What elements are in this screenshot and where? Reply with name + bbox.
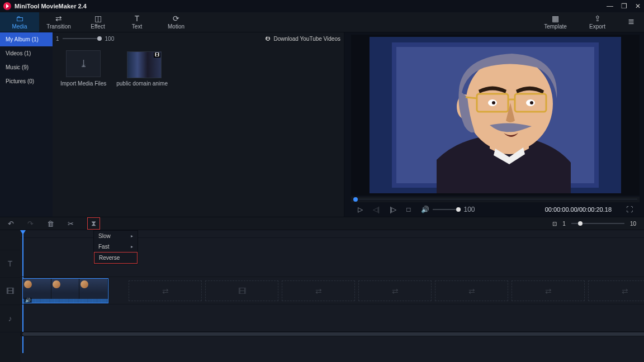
clip-placeholder[interactable]: ⇄ xyxy=(282,280,355,301)
audio-track-icon: ♪ xyxy=(0,305,20,332)
preview-viewport[interactable] xyxy=(351,35,640,196)
clip-placeholder[interactable]: ⇄ xyxy=(588,280,644,301)
folder-icon: 🗀 xyxy=(16,15,23,22)
volume-value: 100 xyxy=(464,206,475,213)
import-icon: ⤓ xyxy=(79,58,88,70)
media-panel: 1 100 ⮋ Download YouTube Videos ⤓ Import… xyxy=(53,32,344,217)
svg-line-8 xyxy=(466,97,477,98)
import-media-button[interactable]: ⤓ Import Media Files xyxy=(60,50,106,87)
ruler-gutter xyxy=(0,230,20,250)
tab-effect[interactable]: ◫ Effect xyxy=(78,12,117,32)
speed-menu: Slow ▸ Fast ▸ Reverse xyxy=(93,230,138,264)
volume-icon[interactable]: 🔊 xyxy=(421,206,429,213)
submenu-arrow-icon: ▸ xyxy=(131,234,133,239)
preview-panel: ▷ ◁| |▷ □ 🔊 100 00:00:00.00/00:00:20.18 … xyxy=(344,32,644,217)
media-sidebar: My Album (1) Videos (1) Music (9) Pictur… xyxy=(0,32,53,217)
timeline-zoom-slider[interactable] xyxy=(571,223,624,224)
sidebar-item-music[interactable]: Music (9) xyxy=(0,60,53,74)
sidebar-item-pictures[interactable]: Pictures (0) xyxy=(0,74,53,88)
download-youtube-link[interactable]: ⮋ Download YouTube Videos xyxy=(265,36,340,42)
thumb-zoom-max: 100 xyxy=(105,36,115,42)
tab-media[interactable]: 🗀 Media xyxy=(0,12,39,32)
download-icon: ⮋ xyxy=(265,36,271,42)
timeline-scrollbar[interactable] xyxy=(20,332,644,336)
sidebar-item-videos[interactable]: Videos (1) xyxy=(0,46,53,60)
video-track[interactable]: 🔊 ⇄ 🎞 ⇄ ⇄ ⇄ ⇄ ⇄ xyxy=(20,277,644,304)
video-track-icon: 🎞 xyxy=(0,278,20,305)
clip-audio-icon[interactable]: 🔊 xyxy=(24,298,32,303)
audio-track[interactable] xyxy=(20,304,644,332)
speed-menu-fast[interactable]: Fast ▸ xyxy=(94,241,138,252)
zoom-max: 10 xyxy=(630,221,636,227)
svg-point-3 xyxy=(466,56,553,151)
preview-seek-bar[interactable] xyxy=(351,197,640,202)
close-button[interactable]: ✕ xyxy=(635,2,641,10)
minimize-button[interactable]: — xyxy=(607,2,613,10)
maximize-button[interactable]: ❐ xyxy=(621,2,627,10)
svg-point-12 xyxy=(530,101,533,104)
tab-text[interactable]: T Text xyxy=(117,12,157,32)
sidebar-item-my-album[interactable]: My Album (1) xyxy=(0,32,53,46)
speed-button[interactable]: ⧗ xyxy=(87,217,100,230)
redo-button[interactable]: ↷ xyxy=(27,220,34,228)
stop-button[interactable]: □ xyxy=(406,206,410,213)
preview-frame xyxy=(370,37,621,193)
clip-placeholder[interactable]: ⇄ xyxy=(358,280,432,301)
clip-placeholder[interactable]: 🎞 xyxy=(205,280,278,301)
prev-frame-button[interactable]: ◁| xyxy=(373,206,380,213)
effect-icon: ◫ xyxy=(94,15,102,22)
speed-menu-slow[interactable]: Slow ▸ xyxy=(94,231,138,241)
zoom-min: 1 xyxy=(562,221,566,227)
text-track-icon: T xyxy=(0,250,20,278)
next-frame-button[interactable]: |▷ xyxy=(390,206,396,213)
split-button[interactable]: ✂ xyxy=(68,220,74,228)
app-logo-icon xyxy=(3,2,11,10)
time-display: 00:00:00.00/00:00:20.18 xyxy=(545,206,612,213)
play-button[interactable]: ▷ xyxy=(358,206,363,213)
template-button[interactable]: ▦ Template xyxy=(534,12,576,32)
text-icon: T xyxy=(135,15,140,22)
menu-button[interactable]: ≡ xyxy=(618,12,644,32)
top-toolbar: 🗀 Media ⇄ Transition ◫ Effect T Text ⟳ M… xyxy=(0,12,644,32)
tab-transition[interactable]: ⇄ Transition xyxy=(39,12,78,32)
clip-placeholder[interactable]: ⇄ xyxy=(129,280,202,301)
motion-icon: ⟳ xyxy=(173,15,179,22)
export-button[interactable]: ⇪ Export xyxy=(576,12,618,32)
svg-point-10 xyxy=(492,101,495,104)
clip-placeholder[interactable]: ⇄ xyxy=(512,280,585,301)
export-icon: ⇪ xyxy=(594,15,601,22)
fit-button[interactable]: ⊡ xyxy=(552,221,557,227)
titlebar: MiniTool MovieMaker 2.4 — ❐ ✕ xyxy=(0,0,644,12)
submenu-arrow-icon: ▸ xyxy=(131,244,133,249)
undo-button[interactable]: ↶ xyxy=(8,220,14,228)
hamburger-icon: ≡ xyxy=(628,16,634,28)
timeline-toolbar: ↶ ↷ 🗑 ✂ ⧗ ⊡ 1 10 Slow ▸ Fast ▸ Reverse xyxy=(0,217,644,230)
fullscreen-button[interactable]: ⛶ xyxy=(626,206,633,213)
thumb-zoom-min: 1 xyxy=(56,36,59,42)
speed-icon: ⧗ xyxy=(91,219,96,228)
volume-slider[interactable] xyxy=(433,209,461,210)
delete-button[interactable]: 🗑 xyxy=(47,220,54,228)
template-icon: ▦ xyxy=(552,15,559,22)
transition-icon: ⇄ xyxy=(55,15,62,22)
app-title: MiniTool MovieMaker 2.4 xyxy=(15,3,87,9)
speed-menu-reverse[interactable]: Reverse xyxy=(94,252,138,264)
thumb-zoom-slider[interactable] xyxy=(63,38,102,39)
tab-motion[interactable]: ⟳ Motion xyxy=(157,12,196,32)
clip-placeholder[interactable]: ⇄ xyxy=(435,280,508,301)
media-clip-item[interactable]: public domain anime xyxy=(116,50,168,87)
timeline-clip[interactable]: 🔊 xyxy=(22,278,108,303)
